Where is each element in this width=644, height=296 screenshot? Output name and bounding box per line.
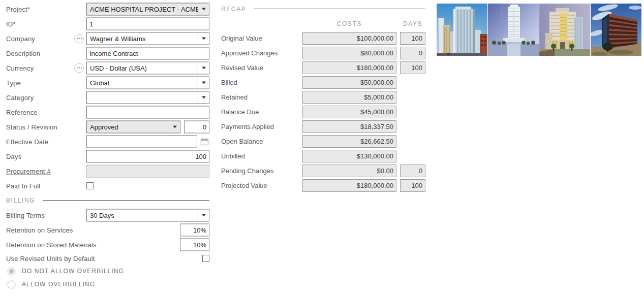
cost-value: $0.00 — [302, 165, 396, 177]
type-select[interactable]: Global — [86, 76, 209, 89]
recap-row-revised-value: Revised Value $180,000.00 100 — [221, 60, 425, 75]
overbilling-option-do-not-allow[interactable]: DO NOT ALLOW OVERBILLING — [6, 265, 209, 278]
project-photo-midrise-rendering[interactable] — [539, 4, 590, 56]
days-label: Days — [6, 152, 21, 160]
recap-row-balance-due: Balance Due $45,000.00 — [221, 105, 425, 119]
currency-select[interactable]: USD - Dollar (USA) — [86, 61, 209, 74]
company-select-value: Wagner & Williams — [87, 32, 198, 44]
company-row: Company Wagner & Williams — [6, 31, 209, 46]
recap-row-original-value: Original Value $100,000.00 100 — [221, 31, 425, 46]
currency-label: Currency — [6, 64, 34, 72]
chevron-down-icon[interactable] — [198, 91, 209, 103]
recap-row-billed: Billed $50,000.00 — [221, 75, 425, 90]
effective-date-input[interactable] — [86, 135, 197, 148]
project-photo-brick-office[interactable] — [591, 4, 641, 56]
category-label: Category — [6, 93, 34, 101]
id-input[interactable] — [86, 17, 209, 30]
retention-stored-row: Retention on Stored Materials — [6, 237, 209, 252]
cost-value: $18,337.50 — [302, 120, 396, 133]
currency-select-value: USD - Dollar (USA) — [87, 62, 198, 74]
retention-services-row: Retention on Services — [6, 222, 209, 237]
use-revised-units-row: Use Revised Units by Default — [6, 252, 209, 265]
effective-date-row: Effective Date — [6, 134, 209, 149]
billing-terms-label: Billing Terms — [6, 211, 45, 219]
recap-row-pending-changes: Pending Changes $0.00 0 — [221, 163, 425, 178]
cost-value: $180,000.00 — [302, 179, 396, 192]
radio-selected-icon[interactable] — [7, 267, 16, 276]
reference-row: Reference — [6, 105, 209, 119]
company-label: Company — [6, 35, 35, 42]
company-select[interactable]: Wagner & Williams — [86, 32, 209, 45]
billing-section-header: BILLING — [6, 193, 209, 208]
radio-unselected-icon[interactable] — [7, 280, 16, 289]
overbilling-option-label: ALLOW OVERBILLING — [22, 281, 95, 288]
days-input[interactable] — [86, 150, 209, 162]
cost-value: $130,000.00 — [302, 150, 396, 162]
project-photo-waterfront-tower[interactable]: HOTOGRAPH — [488, 4, 539, 56]
billing-terms-select-value: 30 Days — [87, 209, 198, 221]
retention-services-input[interactable] — [180, 223, 209, 236]
chevron-down-icon[interactable] — [169, 121, 180, 133]
cost-value: $80,000.00 — [302, 47, 396, 59]
contract-form: Project* ACME HOSPITAL PROJECT - ACME HO… — [6, 2, 209, 291]
chevron-down-icon[interactable] — [198, 62, 209, 74]
status-revision-label: Status / Revision — [6, 123, 57, 130]
billing-section-title: BILLING — [6, 197, 35, 204]
project-select[interactable]: ACME HOSPITAL PROJECT - ACME HO — [86, 3, 209, 15]
costs-column-header: COSTS — [302, 20, 396, 27]
category-select[interactable] — [86, 91, 209, 104]
procurement-link[interactable]: Procurement # — [6, 167, 51, 175]
project-select-value: ACME HOSPITAL PROJECT - ACME HO — [87, 3, 198, 15]
chevron-down-icon[interactable] — [198, 32, 209, 44]
type-select-value: Global — [87, 77, 198, 88]
paid-in-full-row: Paid In Full — [6, 178, 209, 193]
billing-terms-row: Billing Terms 30 Days — [6, 208, 209, 222]
category-select-value — [87, 91, 198, 103]
description-row: Description — [6, 46, 209, 60]
company-lookup-button[interactable] — [74, 34, 84, 43]
project-row: Project* ACME HOSPITAL PROJECT - ACME HO — [6, 2, 209, 16]
category-row: Category — [6, 90, 209, 105]
cost-value: $5,000.00 — [302, 91, 396, 104]
billing-terms-select[interactable]: 30 Days — [86, 209, 209, 221]
recap-row-payments-applied: Payments Applied $18,337.50 — [221, 119, 425, 134]
retention-stored-materials-label: Retention on Stored Materials — [6, 241, 97, 248]
currency-lookup-button[interactable] — [74, 63, 84, 73]
description-input[interactable] — [86, 47, 209, 59]
reference-input[interactable] — [86, 106, 209, 118]
status-revision-row: Status / Revision Approved — [6, 119, 209, 134]
calendar-icon[interactable] — [200, 137, 209, 146]
overbilling-option-label: DO NOT ALLOW OVERBILLING — [22, 268, 124, 275]
days-row: Days — [6, 149, 209, 163]
status-select-value: Approved — [87, 121, 169, 133]
id-label: ID* — [6, 20, 16, 27]
chevron-down-icon[interactable] — [198, 77, 209, 88]
project-photo-office-tower[interactable] — [437, 4, 487, 56]
days-value: 100 — [400, 179, 425, 192]
project-photos-strip: HOTOGRAPH — [437, 4, 641, 56]
chevron-down-icon[interactable] — [198, 3, 209, 15]
retention-stored-materials-input[interactable] — [180, 238, 209, 251]
use-revised-units-checkbox[interactable] — [202, 255, 209, 262]
paid-in-full-label: Paid In Full — [6, 182, 40, 189]
currency-row: Currency USD - Dollar (USA) — [6, 60, 209, 75]
days-value: 0 — [400, 165, 425, 177]
chevron-down-icon[interactable] — [198, 209, 209, 221]
id-row: ID* — [6, 16, 209, 31]
paid-in-full-checkbox[interactable] — [86, 182, 94, 189]
cost-value: $26,662.50 — [302, 135, 396, 148]
days-value: 100 — [400, 32, 425, 45]
procurement-row: Procurement # — [6, 163, 209, 178]
days-value: 100 — [400, 61, 425, 74]
cost-value: $45,000.00 — [302, 106, 396, 118]
cost-value: $180,000.00 — [302, 61, 396, 74]
recap-row-open-balance: Open Balance $26,662.50 — [221, 134, 425, 149]
revision-input[interactable] — [184, 120, 209, 133]
recap-section-title: RECAP — [221, 6, 246, 13]
status-select[interactable]: Approved — [86, 120, 180, 133]
recap-section-header: RECAP — [221, 2, 425, 16]
overbilling-option-allow[interactable]: ALLOW OVERBILLING — [6, 278, 209, 291]
reference-label: Reference — [6, 108, 38, 116]
effective-date-label: Effective Date — [6, 138, 49, 145]
recap-row-unbilled: Unbilled $130,000.00 — [221, 149, 425, 163]
